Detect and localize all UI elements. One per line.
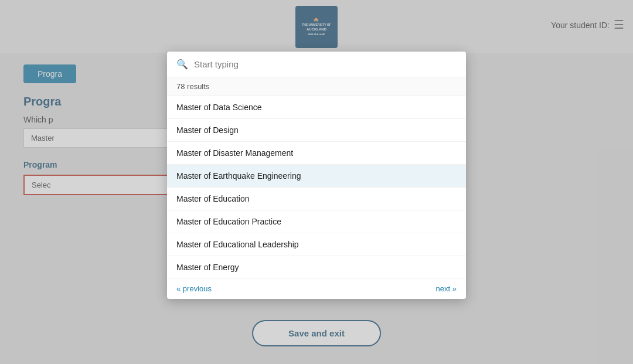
list-item[interactable]: Master of Education Practice bbox=[167, 210, 466, 233]
results-count: 78 results bbox=[167, 77, 466, 96]
list-item[interactable]: Master of Design bbox=[167, 119, 466, 142]
search-dropdown-modal: 🔍 78 results Master of Data ScienceMaste… bbox=[167, 52, 466, 299]
search-icon: 🔍 bbox=[176, 59, 188, 70]
search-input[interactable] bbox=[194, 59, 457, 69]
list-item[interactable]: Master of Disaster Management bbox=[167, 142, 466, 165]
pagination-bar: « previous next » bbox=[167, 278, 466, 299]
previous-button[interactable]: « previous bbox=[176, 284, 212, 293]
list-item[interactable]: Master of Data Science bbox=[167, 96, 466, 119]
search-bar: 🔍 bbox=[167, 52, 466, 77]
results-list: Master of Data ScienceMaster of DesignMa… bbox=[167, 96, 466, 278]
modal-overlay: 🔍 78 results Master of Data ScienceMaste… bbox=[0, 0, 633, 364]
list-item[interactable]: Master of Education bbox=[167, 188, 466, 210]
list-item[interactable]: Master of Earthquake Engineering bbox=[167, 165, 466, 188]
list-item[interactable]: Master of Educational Leadership bbox=[167, 233, 466, 256]
list-item[interactable]: Master of Energy bbox=[167, 256, 466, 278]
next-button[interactable]: next » bbox=[436, 284, 457, 293]
